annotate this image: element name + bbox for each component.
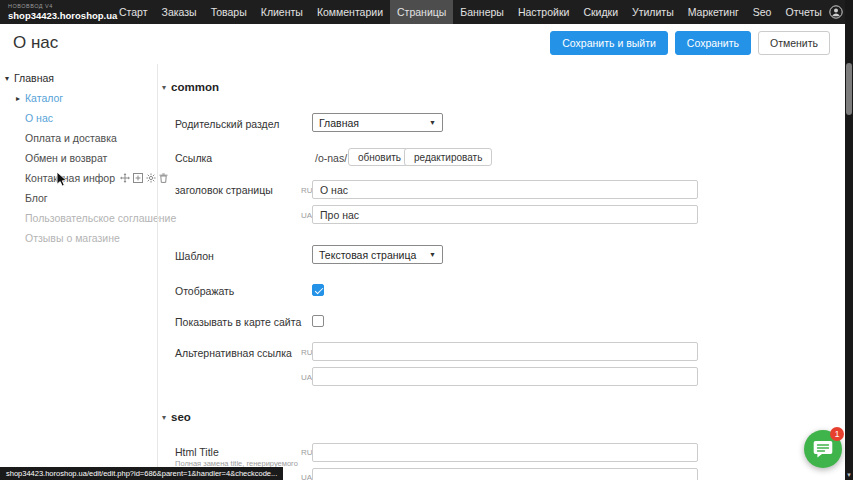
html-title-label: Html Title — [175, 446, 219, 458]
tree-item-label: Блог — [25, 192, 48, 204]
header-buttons: Сохранить и выйти Сохранить Отменить — [550, 31, 845, 55]
page-title-ru-input[interactable] — [312, 180, 698, 199]
parent-section-select[interactable]: Главная ▼ — [312, 113, 443, 132]
account-icon[interactable] — [829, 5, 843, 19]
chevron-down-icon: ▾ — [162, 413, 166, 422]
save-button[interactable]: Сохранить — [675, 31, 751, 55]
chevron-down-icon: ▼ — [429, 119, 436, 126]
template-label: Шаблон — [175, 250, 214, 262]
html-title-ru-input[interactable] — [312, 443, 698, 462]
alt-link-ua-input[interactable] — [312, 367, 698, 386]
vertical-scrollbar[interactable]: ▼ — [845, 0, 853, 480]
section-common[interactable]: ▾ common — [162, 81, 219, 93]
tree-item-label: Пользовательское соглашение — [25, 212, 176, 224]
tree-item-user-agreement[interactable]: Пользовательское соглашение — [0, 208, 157, 228]
cancel-button[interactable]: Отменить — [758, 31, 830, 55]
tree-item-home[interactable]: ▾ Главная — [0, 68, 157, 88]
alt-link-ru-input[interactable] — [312, 342, 698, 361]
tree-item-label: Контактная инфор — [25, 172, 115, 184]
tree-item-label: Обмен и возврат — [25, 152, 107, 164]
page-title-label: заголовок страницы — [175, 184, 273, 196]
section-seo-title: seo — [171, 411, 191, 423]
logo-version: НОВОВВОД V4 — [8, 4, 100, 10]
chat-unread-badge: 1 — [830, 427, 844, 441]
chat-widget-button[interactable]: 1 — [804, 430, 842, 468]
add-page-icon[interactable] — [133, 173, 143, 183]
topbar: НОВОВВОД V4 shop34423.horoshop.ua Старт … — [0, 0, 853, 24]
tree-item-catalog[interactable]: ▸ Каталог — [0, 88, 157, 108]
template-select[interactable]: Текстовая страница ▼ — [312, 245, 443, 264]
alt-link-label: Альтернативная ссылка — [175, 347, 292, 359]
page-header: О нас Сохранить и выйти Сохранить Отмени… — [0, 24, 845, 62]
page-title-ua-input[interactable] — [312, 205, 698, 224]
tree-item-label: Оплата и доставка — [25, 132, 117, 144]
menu-item-reports[interactable]: Отчеты — [778, 0, 828, 24]
template-value: Текстовая страница — [319, 249, 416, 261]
chat-bubble-icon — [813, 440, 833, 459]
link-edit-button[interactable]: редактировать — [404, 148, 492, 166]
scrollbar-thumb[interactable] — [846, 63, 852, 115]
page-edit-form: ▾ common Родительский раздел Главная ▼ С… — [158, 62, 845, 480]
tree-item-store-reviews[interactable]: Отзывы о магазине — [0, 228, 157, 248]
sitemap-label: Показывать в карте сайта — [175, 316, 301, 328]
menu-item-settings[interactable]: Настройки — [511, 0, 577, 24]
menu-item-orders[interactable]: Заказы — [155, 0, 204, 24]
sitemap-checkbox[interactable] — [312, 315, 324, 327]
main-menu: Старт Заказы Товары Клиенты Комментарии … — [112, 0, 829, 24]
menu-item-seo[interactable]: Seo — [746, 0, 779, 24]
scroll-down-arrow-icon[interactable]: ▼ — [845, 472, 853, 478]
menu-item-discounts[interactable]: Скидки — [576, 0, 625, 24]
pages-tree-sidebar: ▾ Главная ▸ Каталог О нас Оплата и доста… — [0, 64, 157, 480]
tree-item-contact-info[interactable]: Контактная инфор — [0, 168, 157, 188]
parent-section-value: Главная — [319, 117, 359, 129]
menu-item-utilities[interactable]: Утилиты — [625, 0, 681, 24]
menu-item-banners[interactable]: Баннеры — [453, 0, 511, 24]
tree-item-exchange-return[interactable]: Обмен и возврат — [0, 148, 157, 168]
chevron-right-icon[interactable]: ▸ — [16, 94, 25, 103]
tree-item-about-selected[interactable]: О нас — [0, 108, 157, 128]
chevron-down-icon: ▼ — [429, 251, 436, 258]
menu-item-pages[interactable]: Страницы — [390, 0, 453, 24]
save-and-exit-button[interactable]: Сохранить и выйти — [550, 31, 668, 55]
menu-item-start[interactable]: Старт — [112, 0, 155, 24]
display-label: Отображать — [175, 285, 234, 297]
link-update-button[interactable]: обновить — [348, 148, 411, 166]
menu-item-products[interactable]: Товары — [204, 0, 254, 24]
status-bar-url: shop34423.horoshop.ua/edit/edit.php?id=6… — [0, 467, 283, 480]
logo-domain: shop34423.horoshop.ua — [8, 11, 100, 21]
tree-item-payment-delivery[interactable]: Оплата и доставка — [0, 128, 157, 148]
menu-item-clients[interactable]: Клиенты — [254, 0, 310, 24]
section-common-title: common — [171, 81, 219, 93]
tree-item-label: Отзывы о магазине — [25, 232, 120, 244]
section-seo[interactable]: ▾ seo — [162, 411, 191, 423]
logo[interactable]: НОВОВВОД V4 shop34423.horoshop.ua — [0, 4, 112, 21]
move-icon[interactable] — [120, 173, 130, 183]
chevron-down-icon: ▾ — [162, 83, 166, 92]
html-title-ua-input[interactable] — [312, 468, 698, 480]
display-checkbox[interactable] — [312, 284, 324, 296]
page-title: О нас — [13, 33, 58, 53]
tree-item-label: Главная — [14, 72, 54, 84]
parent-section-label: Родительский раздел — [175, 118, 279, 130]
tree-item-label: Каталог — [25, 92, 63, 104]
chevron-down-icon[interactable]: ▾ — [5, 74, 14, 83]
tree-item-label: О нас — [25, 112, 53, 124]
menu-item-marketing[interactable]: Маркетинг — [681, 0, 746, 24]
tree-item-blog[interactable]: Блог — [0, 188, 157, 208]
gear-icon[interactable] — [146, 173, 156, 183]
link-label: Ссылка — [175, 152, 212, 164]
menu-item-comments[interactable]: Комментарии — [310, 0, 390, 24]
link-value: /o-nas/ — [315, 152, 347, 164]
